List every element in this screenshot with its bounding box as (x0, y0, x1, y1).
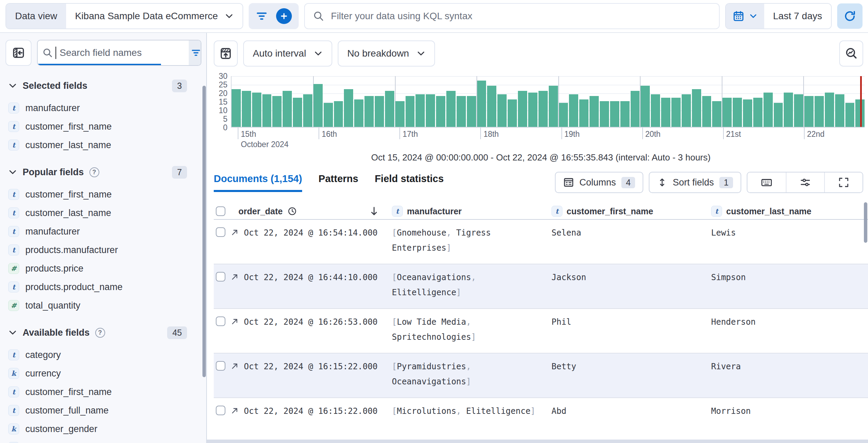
row-checkbox[interactable] (216, 227, 225, 237)
histogram-bar[interactable] (252, 93, 261, 127)
field-item-customer-full-name[interactable]: t customer_full_name (5, 401, 206, 420)
sort-descending-icon[interactable] (369, 206, 380, 217)
field-item-products-manufacturer[interactable]: t products.manufacturer (5, 241, 206, 259)
date-picker-quick-menu[interactable] (726, 4, 764, 28)
histogram-bar[interactable] (712, 101, 721, 127)
field-item-currency[interactable]: k currency (5, 364, 206, 383)
tab-patterns[interactable]: Patterns (319, 173, 358, 192)
section-header-selected-fields[interactable]: Selected fields 3 (5, 77, 206, 94)
histogram-bar[interactable] (651, 94, 660, 127)
grid-vertical-scrollbar[interactable] (864, 202, 867, 243)
expand-document-icon[interactable] (230, 228, 239, 237)
select-all-checkbox[interactable] (216, 206, 225, 216)
field-item-products-product-name[interactable]: t products.product_name (5, 278, 206, 296)
column-header-customer-last-name[interactable]: t customer_last_name (708, 206, 868, 217)
histogram-bar[interactable] (722, 98, 732, 127)
histogram-bar[interactable] (518, 91, 527, 127)
field-item-manufacturer[interactable]: t manufacturer (5, 222, 206, 241)
histogram-bar[interactable] (794, 94, 803, 127)
histogram-bar[interactable] (324, 103, 333, 127)
histogram-bar[interactable] (600, 101, 609, 127)
histogram-bar[interactable] (631, 91, 640, 127)
histogram-bar[interactable] (528, 93, 537, 127)
grid-horizontal-scrollbar[interactable] (207, 440, 868, 443)
filter-icon[interactable] (256, 10, 268, 22)
sort-fields-button[interactable]: Sort fields 1 (649, 172, 741, 193)
field-item-customer-last-name[interactable]: t customer_last_name (5, 136, 206, 154)
expand-document-icon[interactable] (230, 406, 239, 415)
histogram-bar[interactable] (671, 98, 681, 127)
histogram-bar[interactable] (784, 93, 793, 127)
histogram-bar[interactable] (825, 93, 834, 127)
breakdown-dropdown[interactable]: No breakdown (338, 40, 435, 67)
expand-document-icon[interactable] (230, 362, 239, 371)
field-item-manufacturer[interactable]: t manufacturer (5, 99, 206, 117)
histogram-bar[interactable] (569, 94, 578, 127)
histogram-bar[interactable] (406, 96, 415, 127)
histogram-bar[interactable] (682, 94, 691, 127)
histogram-bar[interactable] (313, 84, 323, 127)
time-range-value[interactable]: Last 7 days (764, 4, 831, 28)
histogram-bar[interactable] (364, 96, 374, 127)
histogram-bar[interactable] (303, 94, 312, 127)
expand-document-icon[interactable] (230, 317, 239, 326)
histogram-bar[interactable] (344, 89, 353, 127)
histogram-bar[interactable] (815, 96, 824, 127)
table-row[interactable]: Oct 22, 2024 @ 16:26:53.000 [Low Tide Me… (214, 309, 868, 354)
histogram-bar[interactable] (641, 86, 650, 127)
field-search-input[interactable] (59, 47, 184, 59)
histogram-bar[interactable] (385, 91, 394, 127)
histogram-bar[interactable] (334, 101, 343, 127)
histogram-bar[interactable] (283, 91, 292, 127)
histogram-bar[interactable] (743, 99, 752, 127)
histogram-bar[interactable] (610, 101, 619, 127)
field-item-products-price[interactable]: # products.price (5, 259, 206, 278)
fullscreen-button[interactable] (824, 172, 863, 192)
section-header-available-fields[interactable]: Available fields ? 45 (5, 324, 206, 341)
histogram-bar[interactable] (375, 96, 384, 127)
section-header-popular-fields[interactable]: Popular fields ? 7 (5, 164, 206, 180)
field-item-customer-gender[interactable]: k customer_gender (5, 420, 206, 438)
row-checkbox[interactable] (216, 406, 225, 415)
row-checkbox[interactable] (216, 272, 225, 282)
hide-chart-button[interactable] (214, 40, 238, 67)
table-row[interactable]: Oct 22, 2024 @ 16:54:14.000 [Gnomehouse,… (214, 220, 868, 264)
field-item-customer-last-name[interactable]: t customer_last_name (5, 204, 206, 222)
data-view-selector[interactable]: Kibana Sample Data eCommerce (66, 4, 243, 28)
histogram-bar[interactable] (559, 103, 568, 127)
histogram-bar[interactable] (804, 96, 814, 127)
histogram-bar[interactable] (497, 94, 507, 127)
columns-button[interactable]: Columns 4 (555, 172, 643, 193)
column-header-customer-first-name[interactable]: t customer_first_name (548, 206, 708, 217)
histogram-bar[interactable] (426, 94, 435, 127)
refresh-button[interactable] (837, 3, 863, 29)
column-header-manufacturer[interactable]: t manufacturer (388, 206, 548, 217)
expand-document-icon[interactable] (230, 273, 239, 282)
histogram-bar[interactable] (354, 99, 363, 127)
histogram-bar[interactable] (753, 98, 762, 127)
tab-field-statistics[interactable]: Field statistics (375, 173, 444, 192)
histogram-bar[interactable] (457, 96, 466, 127)
field-filter-button[interactable]: 0 (189, 40, 201, 65)
field-item-customer-first-name[interactable]: t customer_first_name (5, 185, 206, 204)
histogram-bar[interactable] (508, 99, 517, 127)
collapse-sidebar-button[interactable] (5, 40, 32, 66)
histogram-bar[interactable] (590, 96, 599, 127)
row-checkbox[interactable] (216, 316, 225, 326)
histogram-bar[interactable] (733, 98, 742, 127)
histogram-bar[interactable] (293, 98, 302, 127)
histogram-bar[interactable] (549, 86, 558, 127)
histogram-bar[interactable] (620, 101, 630, 127)
histogram-bar[interactable] (538, 91, 548, 127)
add-filter-button[interactable] (276, 8, 292, 24)
display-options-button[interactable] (786, 172, 824, 192)
edit-visualization-button[interactable] (839, 40, 863, 67)
histogram-bar[interactable] (487, 86, 496, 127)
histogram-bar[interactable] (467, 96, 476, 127)
histogram-bar[interactable] (436, 96, 445, 127)
histogram-bar[interactable] (764, 93, 773, 127)
histogram-bar[interactable] (579, 99, 588, 127)
histogram-bar[interactable] (446, 91, 456, 127)
histogram-bar[interactable] (262, 94, 272, 127)
field-item-customer-first-name[interactable]: t customer_first_name (5, 117, 206, 136)
